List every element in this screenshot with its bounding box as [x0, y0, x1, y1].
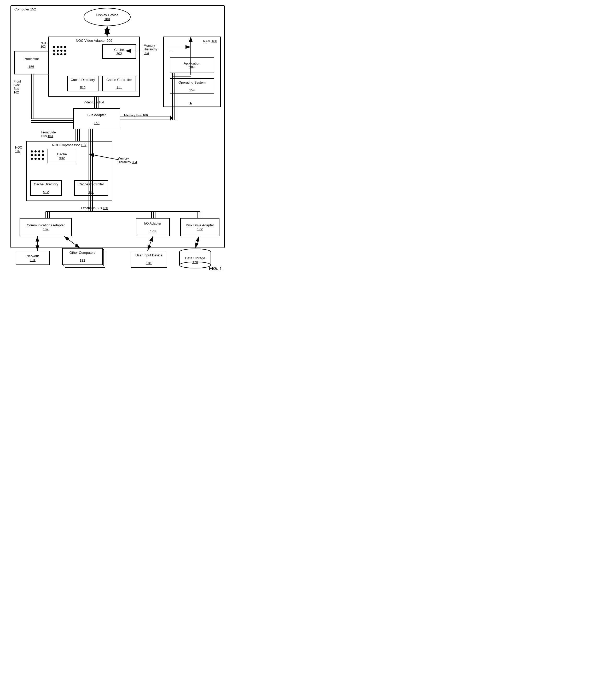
noc-top-label: NOC102 [41, 41, 48, 49]
disk-drive-adapter-box: Disk Drive Adapter 172 [180, 218, 219, 236]
cache-bot-box: Cache 302 [48, 149, 76, 163]
bus-adapter-box: Bus Adapter 158 [73, 108, 120, 129]
svg-text:Data Storage: Data Storage [185, 256, 205, 260]
network-box: Network 101 [16, 251, 50, 265]
noc-dot-grid-top [53, 46, 67, 56]
ram-box: RAM 168 Application 184 Operating System… [163, 37, 221, 107]
application-box: Application 184 [170, 57, 214, 73]
front-side-bus-top-label: FrontSideBus162 [13, 79, 32, 94]
data-storage-container: Data Storage 170 [176, 248, 215, 269]
comms-adapter-box: Communications Adapter 167 [19, 218, 72, 236]
diagram: Computer 152 Display Device 180 RAM 168 … [0, 0, 235, 274]
front-side-bus-bot-label: Front SideBus 163 [41, 130, 61, 138]
display-device-box: Display Device 180 [84, 8, 131, 26]
cache-dir-top-box: Cache Directory 512 [67, 76, 98, 91]
io-adapter-box: I/O Adapter 178 [136, 218, 170, 236]
memory-hierarchy-top-label: MemoryHierarchy304 [144, 44, 170, 55]
data-storage-svg: Data Storage 170 [176, 248, 215, 269]
noc-video-adapter-box: NOC Video Adapter 209 Cache 302 Cache Di… [48, 37, 140, 97]
noc-dot-grid-bot [31, 150, 44, 160]
os-box: Operating System 154 [170, 78, 214, 94]
cache-ctrl-top-box: Cache Controller 111 [102, 76, 136, 91]
memory-bus-label: Memory Bus 166 [124, 114, 148, 117]
fig-label: FIG. 1 [209, 266, 222, 272]
memory-hierarchy-bot-label: MemoryHierarchy 304 [117, 157, 152, 164]
expansion-bus-label: Expansion Bus 160 [81, 206, 108, 210]
cache-dir-bot-box: Cache Directory 512 [30, 180, 62, 196]
cache-ctrl-bot-box: Cache Controller 111 [74, 180, 108, 196]
other-computers-stacked: Other Computers 182 [62, 248, 107, 269]
user-input-device-box: User Input Device 181 [131, 251, 167, 268]
noc-coprocessor-box: NOC Coprocessor 157 Cache 302 Cache Dire… [26, 141, 112, 201]
noc-bot-label: NOC102 [15, 146, 22, 153]
computer-label: Computer 152 [14, 7, 36, 11]
cache-top-box: Cache 302 [102, 44, 136, 59]
processor-box: Processor 156 [14, 51, 48, 74]
svg-text:170: 170 [192, 260, 198, 264]
video-bus-label: Video Bus 164 [84, 101, 104, 104]
